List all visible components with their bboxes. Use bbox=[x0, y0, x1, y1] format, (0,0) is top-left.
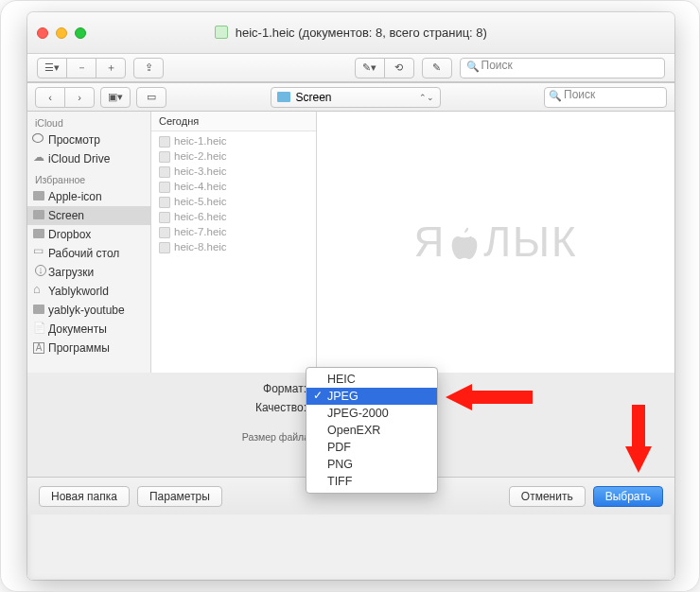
sidebar-item[interactable]: iCloud Drive bbox=[27, 149, 150, 168]
column-header: Сегодня bbox=[151, 112, 316, 131]
format-option[interactable]: PDF bbox=[306, 439, 437, 456]
sidebar-item-label: Документы bbox=[48, 322, 107, 336]
save-sheet: ‹ › ▣▾ ▭ Screen ⌃⌄ Поиск iCloudПросмотрi… bbox=[27, 82, 674, 580]
choose-button[interactable]: Выбрать bbox=[593, 486, 663, 507]
format-option[interactable]: JPEG bbox=[306, 388, 437, 405]
sidebar-item[interactable]: Dropbox bbox=[27, 225, 150, 244]
edit-button[interactable]: ✎ bbox=[422, 58, 452, 78]
sidebar-item-label: Dropbox bbox=[48, 228, 91, 241]
annotation-arrow-format bbox=[446, 384, 533, 410]
format-option[interactable]: HEIC bbox=[306, 371, 437, 388]
watermark: Я ЛЫК bbox=[413, 218, 577, 266]
sidebar-item[interactable]: Загрузки bbox=[27, 263, 150, 282]
file-item[interactable]: heic-7.heic bbox=[151, 224, 316, 239]
sidebar-item-label: iCloud Drive bbox=[48, 152, 110, 165]
quality-label: Качество: bbox=[43, 401, 312, 414]
sidebar-item[interactable]: Документы bbox=[27, 320, 150, 339]
nav-forward-button[interactable]: › bbox=[64, 87, 95, 108]
cancel-button[interactable]: Отменить bbox=[509, 486, 586, 507]
doc-icon bbox=[33, 323, 44, 333]
sidebar-item[interactable]: Просмотр bbox=[27, 131, 150, 149]
sidebar-section-header: iCloud bbox=[27, 112, 150, 131]
sidebar-item-label: Apple-icon bbox=[48, 190, 102, 203]
maximize-button[interactable] bbox=[75, 27, 86, 39]
sidebar-item-label: yablyk-youtube bbox=[48, 304, 125, 317]
file-item[interactable]: heic-4.heic bbox=[151, 179, 316, 194]
folder-icon bbox=[33, 191, 44, 200]
sidebar-item-label: Screen bbox=[48, 209, 84, 222]
sidebar-toggle-button[interactable]: ☰▾ bbox=[37, 58, 67, 78]
nav-back-button[interactable]: ‹ bbox=[35, 87, 65, 108]
download-icon bbox=[33, 267, 44, 276]
cloud-icon bbox=[33, 153, 44, 163]
annotation-arrow-choose bbox=[625, 405, 652, 473]
format-label: Формат: bbox=[43, 382, 312, 395]
options-button[interactable]: Параметры bbox=[137, 486, 222, 507]
file-item[interactable]: heic-5.heic bbox=[151, 194, 316, 209]
file-item[interactable]: heic-8.heic bbox=[151, 239, 316, 254]
markup-button[interactable]: ✎▾ bbox=[355, 58, 385, 78]
preview-pane: Я ЛЫК bbox=[317, 112, 674, 373]
folder-icon bbox=[33, 210, 44, 219]
preview-window: heic-1.heic (документов: 8, всего страни… bbox=[27, 12, 674, 580]
file-item[interactable]: heic-3.heic bbox=[151, 164, 316, 179]
location-label: Screen bbox=[296, 91, 332, 104]
rotate-button[interactable]: ⟲ bbox=[384, 58, 414, 78]
filesize-label: Размер файла: bbox=[43, 431, 312, 443]
format-option[interactable]: PNG bbox=[306, 456, 437, 473]
folder-icon bbox=[33, 229, 44, 238]
file-browser: iCloudПросмотрiCloud DriveИзбранноеApple… bbox=[27, 112, 674, 373]
path-button[interactable]: ▭ bbox=[136, 87, 166, 108]
file-item[interactable]: heic-2.heic bbox=[151, 148, 316, 164]
preview-icon bbox=[32, 133, 44, 143]
view-mode-button[interactable]: ▣▾ bbox=[100, 87, 131, 108]
zoom-out-button[interactable]: － bbox=[66, 58, 96, 78]
folder-icon bbox=[33, 305, 44, 314]
format-option[interactable]: JPEG-2000 bbox=[306, 405, 437, 422]
zoom-in-button[interactable]: ＋ bbox=[96, 58, 126, 78]
sidebar-item-label: Рабочий стол bbox=[48, 247, 119, 260]
apple-icon bbox=[449, 224, 480, 260]
sidebar-item[interactable]: Screen bbox=[27, 206, 150, 225]
sheet-sidebar: iCloudПросмотрiCloud DriveИзбранноеApple… bbox=[27, 112, 151, 373]
sheet-toolbar: ‹ › ▣▾ ▭ Screen ⌃⌄ Поиск bbox=[27, 83, 674, 112]
file-item[interactable]: heic-1.heic bbox=[151, 133, 316, 148]
file-column: Сегодня heic-1.heicheic-2.heicheic-3.hei… bbox=[151, 112, 317, 373]
app-icon bbox=[33, 342, 44, 352]
sidebar-item-label: Yablykworld bbox=[48, 285, 109, 298]
new-folder-button[interactable]: Новая папка bbox=[39, 486, 130, 507]
sidebar-item-label: Загрузки bbox=[48, 266, 94, 279]
share-button[interactable]: ⇪ bbox=[133, 58, 164, 78]
main-toolbar: ☰▾ － ＋ ⇪ ✎▾ ⟲ ✎ Поиск bbox=[27, 54, 674, 82]
format-dropdown[interactable]: HEICJPEGJPEG-2000OpenEXRPDFPNGTIFF bbox=[306, 367, 438, 494]
window-title: heic-1.heic (документов: 8, всего страни… bbox=[27, 26, 674, 40]
sidebar-item[interactable]: Yablykworld bbox=[27, 282, 150, 301]
main-search-input[interactable]: Поиск bbox=[460, 58, 666, 78]
sidebar-item[interactable]: Рабочий стол bbox=[27, 244, 150, 263]
sheet-search-input[interactable]: Поиск bbox=[544, 87, 667, 108]
minimize-button[interactable] bbox=[56, 27, 67, 39]
sidebar-section-header: Избранное bbox=[27, 168, 150, 187]
format-option[interactable]: OpenEXR bbox=[306, 422, 437, 439]
document-icon bbox=[215, 26, 228, 39]
export-options: Формат: Качество: Размер файла: HEICJPEG… bbox=[27, 373, 674, 477]
desktop-icon bbox=[33, 248, 44, 257]
sidebar-item[interactable]: Программы bbox=[27, 339, 150, 357]
location-popup[interactable]: Screen ⌃⌄ bbox=[271, 87, 441, 108]
format-option[interactable]: TIFF bbox=[306, 473, 437, 490]
folder-icon bbox=[277, 92, 290, 102]
title-bar: heic-1.heic (документов: 8, всего страни… bbox=[27, 12, 674, 54]
file-item[interactable]: heic-6.heic bbox=[151, 209, 316, 224]
sidebar-item[interactable]: yablyk-youtube bbox=[27, 301, 150, 320]
home-icon bbox=[33, 286, 44, 295]
sidebar-item-label: Просмотр bbox=[48, 133, 100, 147]
sidebar-item[interactable]: Apple-icon bbox=[27, 187, 150, 206]
sidebar-item-label: Программы bbox=[48, 341, 110, 355]
close-button[interactable] bbox=[37, 27, 48, 39]
chevron-updown-icon: ⌃⌄ bbox=[419, 93, 434, 102]
